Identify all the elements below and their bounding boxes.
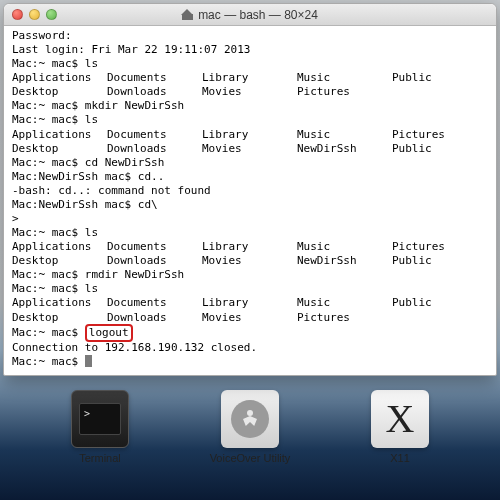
home-icon [182,10,193,20]
prompt: Mac:~ mac$ [12,282,85,295]
terminal-output[interactable]: Password: Last login: Fri Mar 22 19:11:0… [4,26,496,375]
error-line: -bash: cd..: command not found [12,184,211,197]
line: Connection to 192.168.190.132 closed. [12,341,257,354]
command: rmdir NewDirSsh [85,268,184,281]
ls-row: DesktopDownloadsMoviesNewDirSshPublic [12,142,490,156]
app-voiceover-utility[interactable]: VoiceOver Utility [205,390,295,464]
ls-row: ApplicationsDocumentsLibraryMusicPicture… [12,240,490,254]
macos-desktop: Terminal VoiceOver Utility X X11 mac — b… [0,0,500,500]
command: mkdir NewDirSsh [85,99,184,112]
line: Password: [12,29,72,42]
logout-highlight: logout [85,324,133,342]
terminal-window[interactable]: mac — bash — 80×24 Password: Last login:… [3,3,497,376]
traffic-lights [12,9,57,20]
applications-row: Terminal VoiceOver Utility X X11 [0,390,500,500]
line: > [12,212,19,225]
command: cd.. [138,170,165,183]
prompt: Mac:~ mac$ [12,268,85,281]
app-label: VoiceOver Utility [210,452,291,464]
prompt: Mac:~ mac$ [12,226,85,239]
command: cd NewDirSsh [85,156,164,169]
cursor-block [85,355,92,367]
ls-row: DesktopDownloadsMoviesPictures [12,311,490,325]
prompt: Mac:~ mac$ [12,99,85,112]
x11-icon: X [371,390,429,448]
prompt: Mac:~ mac$ [12,355,85,368]
ls-row: ApplicationsDocumentsLibraryMusicPicture… [12,128,490,142]
ls-row: ApplicationsDocumentsLibraryMusicPublic [12,296,490,310]
close-button[interactable] [12,9,23,20]
prompt: Mac:~ mac$ [12,113,85,126]
prompt: Mac:NewDirSsh mac$ [12,198,138,211]
prompt: Mac:~ mac$ [12,156,85,169]
app-label: X11 [390,452,410,464]
ls-row: DesktopDownloadsMoviesNewDirSshPublic [12,254,490,268]
window-titlebar[interactable]: mac — bash — 80×24 [4,4,496,26]
prompt: Mac:NewDirSsh mac$ [12,170,138,183]
command: cd\ [138,198,158,211]
prompt: Mac:~ mac$ [12,326,85,339]
app-label: Terminal [79,452,121,464]
command: ls [85,282,98,295]
ls-row: DesktopDownloadsMoviesPictures [12,85,490,99]
app-x11[interactable]: X X11 [355,390,445,464]
minimize-button[interactable] [29,9,40,20]
title-text: mac — bash — 80×24 [198,8,318,22]
command: ls [85,113,98,126]
prompt: Mac:~ mac$ [12,57,85,70]
line: Last login: Fri Mar 22 19:11:07 2013 [12,43,250,56]
ls-row: ApplicationsDocumentsLibraryMusicPublic [12,71,490,85]
app-terminal[interactable]: Terminal [55,390,145,464]
command: logout [89,326,129,339]
command: ls [85,226,98,239]
command: ls [85,57,98,70]
voiceover-icon [221,390,279,448]
zoom-button[interactable] [46,9,57,20]
window-title: mac — bash — 80×24 [4,8,496,22]
terminal-icon [71,390,129,448]
